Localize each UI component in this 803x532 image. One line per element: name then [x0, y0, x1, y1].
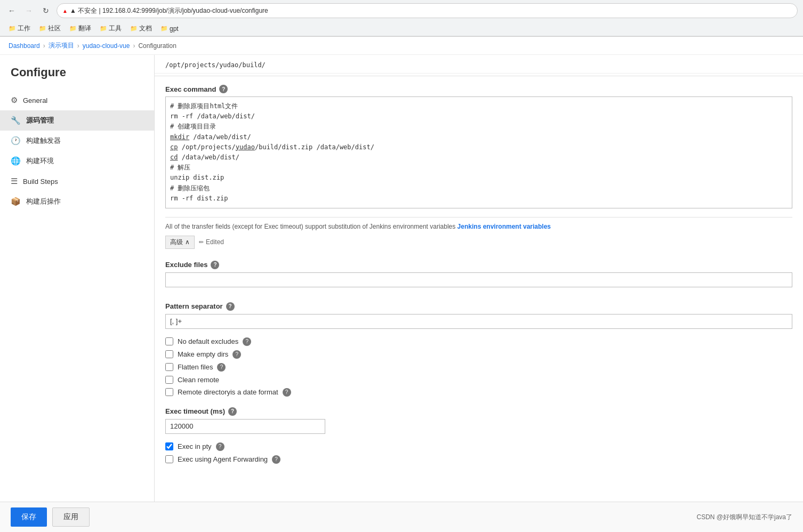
- bottom-left: 保存 应用: [11, 507, 90, 527]
- pattern-separator-section: Pattern separator ?: [165, 296, 792, 329]
- edited-text: Edited: [206, 238, 224, 246]
- clean-remote-checkbox[interactable]: [165, 376, 173, 384]
- no-default-excludes-label[interactable]: No default excludes: [178, 337, 238, 345]
- advanced-toggle-button[interactable]: 高级 ∧: [165, 236, 195, 249]
- remote-dir-date-checkbox[interactable]: [165, 388, 173, 396]
- sidebar: Configure ⚙ General 🔧 源码管理 🕐 构建触发器 🌐 构建环…: [0, 55, 155, 532]
- address-bar[interactable]: ▲ ▲ 不安全 | 192.168.0.42:9999/job/演示/job/y…: [57, 3, 798, 18]
- make-empty-dirs-item: Make empty dirs ?: [165, 350, 792, 359]
- exclude-files-label: Exclude files ?: [165, 254, 792, 269]
- sidebar-item-label: 构建触发器: [26, 136, 61, 146]
- bookmark-docs[interactable]: 📁 文档: [127, 23, 155, 34]
- sidebar-item-label: 构建环境: [26, 156, 54, 166]
- breadcrumb-current: Configuration: [138, 42, 176, 50]
- info-text: All of the transfer fields (except for E…: [165, 223, 792, 230]
- flatten-files-label[interactable]: Flatten files: [178, 363, 213, 371]
- folder-icon: 📁: [69, 25, 77, 32]
- apply-button[interactable]: 应用: [52, 507, 90, 527]
- folder-icon: 📁: [39, 25, 46, 32]
- advanced-toggle: 高级 ∧ ✏ Edited: [165, 236, 792, 249]
- bookmark-work[interactable]: 📁 工作: [5, 23, 34, 34]
- back-button[interactable]: ←: [5, 4, 18, 17]
- exec-timeout-label: Exec timeout (ms) ?: [165, 401, 792, 416]
- pattern-separator-label: Pattern separator ?: [165, 296, 792, 311]
- flatten-files-help-icon[interactable]: ?: [217, 363, 226, 372]
- exec-agent-forwarding-label[interactable]: Exec using Agent Forwarding: [178, 455, 268, 463]
- edited-label: ✏ Edited: [199, 238, 224, 246]
- breadcrumb-project[interactable]: 演示项目: [49, 41, 74, 50]
- exec-in-pty-help-icon[interactable]: ?: [216, 442, 224, 451]
- make-empty-dirs-help-icon[interactable]: ?: [232, 350, 241, 359]
- lock-icon: ▲: [62, 8, 68, 14]
- make-empty-dirs-checkbox[interactable]: [165, 350, 173, 358]
- bookmark-community[interactable]: 📁 社区: [36, 23, 64, 34]
- exclude-files-section: Exclude files ?: [165, 254, 792, 287]
- clock-icon: 🕐: [11, 136, 21, 146]
- jenkins-env-vars-link[interactable]: Jenkins environment variables: [457, 223, 551, 230]
- sidebar-item-triggers[interactable]: 🕐 构建触发器: [0, 131, 154, 151]
- clean-remote-item: Clean remote: [165, 376, 792, 384]
- bookmark-label: 工具: [109, 24, 122, 33]
- sidebar-item-label: General: [23, 96, 47, 104]
- browser-toolbar: ← → ↻ ▲ ▲ 不安全 | 192.168.0.42:9999/job/演示…: [0, 0, 803, 21]
- main-content: Exec command ? # 删除原项目html文件 rm -rf /dat…: [155, 78, 803, 489]
- pattern-separator-help-icon[interactable]: ?: [226, 302, 235, 311]
- flatten-files-checkbox[interactable]: [165, 363, 173, 371]
- no-default-excludes-checkbox[interactable]: [165, 337, 173, 345]
- footer-text: CSDN @好饿啊早知道不学java了: [696, 513, 792, 522]
- sidebar-item-build-steps[interactable]: ☰ Build Steps: [0, 171, 154, 191]
- bottom-bar: 保存 应用 CSDN @好饿啊早知道不学java了: [0, 502, 803, 532]
- package-icon: 📦: [11, 197, 21, 206]
- folder-icon: 📁: [9, 25, 16, 32]
- exec-command-section: Exec command ? # 删除原项目html文件 rm -rf /dat…: [165, 78, 792, 208]
- breadcrumb-dashboard[interactable]: Dashboard: [9, 42, 40, 50]
- bookmark-label: gpt: [170, 25, 179, 33]
- sidebar-item-label: 源码管理: [26, 116, 54, 125]
- folder-icon: 📁: [100, 25, 107, 32]
- make-empty-dirs-label[interactable]: Make empty dirs: [178, 350, 228, 358]
- exec-agent-forwarding-item: Exec using Agent Forwarding ?: [165, 455, 792, 464]
- content-area: /opt/projects/yudao/build/ Exec command …: [155, 55, 803, 532]
- chevron-up-icon: ∧: [185, 238, 190, 246]
- exec-timeout-input[interactable]: [165, 419, 325, 434]
- exec-agent-forwarding-checkbox[interactable]: [165, 455, 173, 463]
- exclude-files-help-icon[interactable]: ?: [211, 261, 219, 269]
- no-default-excludes-help-icon[interactable]: ?: [243, 337, 251, 346]
- list-icon: ☰: [11, 176, 18, 186]
- sidebar-item-environment[interactable]: 🌐 构建环境: [0, 151, 154, 171]
- flatten-files-item: Flatten files ?: [165, 363, 792, 372]
- pattern-separator-input[interactable]: [165, 314, 792, 329]
- exec-timeout-help-icon[interactable]: ?: [228, 407, 237, 416]
- remote-dir-date-item: Remote directoryis a date format ?: [165, 388, 792, 397]
- exec-agent-forwarding-help-icon[interactable]: ?: [272, 455, 280, 464]
- exec-command-help-icon[interactable]: ?: [219, 85, 228, 93]
- save-button[interactable]: 保存: [11, 507, 47, 527]
- sidebar-item-source[interactable]: 🔧 源码管理: [0, 110, 154, 131]
- exec-in-pty-label[interactable]: Exec in pty: [178, 442, 212, 450]
- sidebar-item-label: 构建后操作: [26, 197, 61, 206]
- no-default-excludes-item: No default excludes ?: [165, 337, 792, 346]
- bookmark-gpt[interactable]: 📁 gpt: [157, 23, 182, 34]
- remote-dir-date-help-icon[interactable]: ?: [283, 388, 291, 397]
- sidebar-item-post-build[interactable]: 📦 构建后操作: [0, 191, 154, 212]
- remote-dir-date-label[interactable]: Remote directoryis a date format: [178, 388, 278, 396]
- reload-button[interactable]: ↻: [39, 4, 52, 17]
- forward-button[interactable]: →: [22, 4, 35, 17]
- sidebar-item-label: Build Steps: [23, 178, 58, 186]
- breadcrumb: Dashboard › 演示项目 › yudao-cloud-vue › Con…: [0, 37, 803, 55]
- exec-in-pty-checkbox[interactable]: [165, 442, 173, 450]
- top-path-text: /opt/projects/yudao/build/: [165, 61, 792, 73]
- exclude-files-input[interactable]: [165, 272, 792, 287]
- bookmark-tools[interactable]: 📁 工具: [97, 23, 125, 34]
- exec-timeout-section: Exec timeout (ms) ?: [165, 401, 792, 434]
- folder-icon: 📁: [160, 25, 168, 32]
- folder-icon: 📁: [130, 25, 138, 32]
- url-text: ▲ 不安全 | 192.168.0.42:9999/job/演示/job/yud…: [70, 6, 268, 15]
- exec-command-label: Exec command ?: [165, 78, 792, 93]
- sidebar-item-general[interactable]: ⚙ General: [0, 90, 154, 110]
- breadcrumb-job[interactable]: yudao-cloud-vue: [83, 42, 130, 50]
- bookmark-translate[interactable]: 📁 翻译: [66, 23, 94, 34]
- bookmark-label: 社区: [48, 24, 61, 33]
- exec-command-text: # 删除原项目html文件 rm -rf /data/web/dist/ # 创…: [165, 96, 792, 208]
- clean-remote-label[interactable]: Clean remote: [178, 376, 219, 384]
